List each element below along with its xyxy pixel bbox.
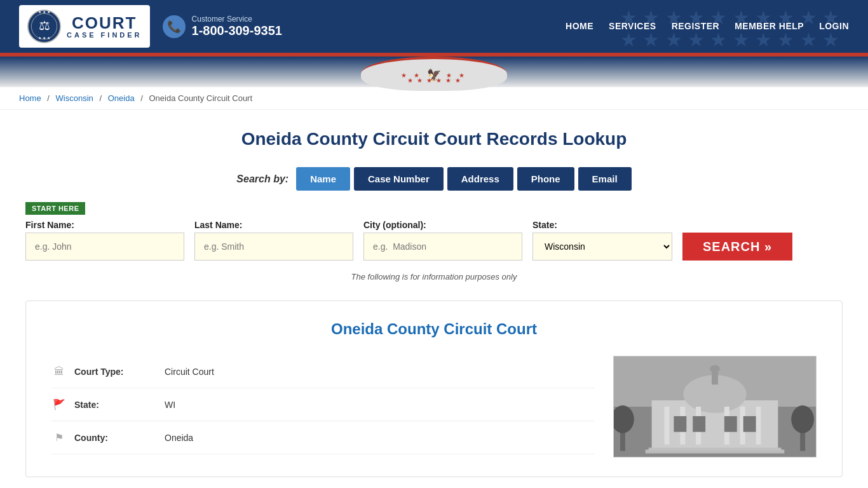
- logo-text: COURT CASE FINDER: [67, 15, 142, 39]
- breadcrumb-current: Oneida County Circuit Court: [149, 93, 252, 103]
- first-name-input[interactable]: [25, 233, 184, 261]
- detail-row-county: ⚑ County: Oneida: [51, 421, 594, 454]
- site-header: ★ ★ ★ ★ ★ ★ ★ ★ ★ ★ ★ ★ ★ ★ ★ ★ ★ ★ ★ ★ …: [0, 0, 868, 53]
- state-detail-value: WI: [165, 400, 175, 410]
- search-by-label: Search by:: [236, 173, 288, 185]
- page-title: Oneida County Circuit Court Records Look…: [25, 129, 843, 149]
- eagle-banner: ★ ★ 🦅 ★ ★ ★★★★★★: [0, 57, 868, 87]
- svg-rect-19: [649, 448, 782, 451]
- state-select[interactable]: AlabamaAlaskaArizonaArkansasCaliforniaCo…: [532, 233, 672, 261]
- court-type-label: Court Type:: [74, 367, 157, 377]
- city-input[interactable]: [363, 233, 522, 261]
- cs-info: Customer Service 1-800-309-9351: [192, 15, 282, 38]
- tab-email[interactable]: Email: [578, 167, 632, 191]
- state-label: State:: [532, 220, 672, 230]
- last-name-field: Last Name:: [194, 220, 353, 261]
- tab-case-number[interactable]: Case Number: [354, 167, 444, 191]
- svg-rect-23: [743, 416, 756, 432]
- state-detail-label: State:: [74, 400, 157, 410]
- bottom-stars: ★★★★★★: [407, 77, 461, 84]
- last-name-input[interactable]: [194, 233, 353, 261]
- nav-register[interactable]: REGISTER: [672, 21, 720, 32]
- court-type-value: Circuit Court: [165, 367, 214, 377]
- court-details: 🏛 Court Type: Circuit Court 🚩 State: WI …: [51, 356, 594, 458]
- nav-home[interactable]: HOME: [566, 21, 593, 32]
- county-label: County:: [74, 433, 157, 443]
- bc-sep-3: /: [140, 93, 143, 103]
- state-field: State: AlabamaAlaskaArizonaArkansasCalif…: [532, 220, 672, 261]
- breadcrumb-state[interactable]: Wisconsin: [56, 93, 93, 103]
- bc-sep-2: /: [99, 93, 102, 103]
- header-left: ★ ★ ★ ★ ★ ★ ⚖ COURT CASE FINDER 📞 Custom…: [19, 5, 282, 48]
- tab-name[interactable]: Name: [296, 167, 350, 191]
- svg-rect-22: [724, 416, 737, 432]
- svg-point-11: [710, 365, 720, 372]
- svg-text:★ ★ ★: ★ ★ ★: [38, 36, 50, 40]
- svg-rect-12: [665, 407, 670, 445]
- county-icon: ⚑: [51, 431, 67, 444]
- search-form: START HERE First Name: Last Name: City (…: [25, 202, 843, 261]
- detail-row-court-type: 🏛 Court Type: Circuit Court: [51, 356, 594, 388]
- bc-sep-1: /: [47, 93, 50, 103]
- svg-rect-9: [702, 381, 728, 403]
- court-card-title: Oneida County Circuit Court: [51, 320, 817, 338]
- detail-row-state: 🚩 State: WI: [51, 388, 594, 421]
- breadcrumb-home[interactable]: Home: [19, 93, 41, 103]
- first-name-field: First Name:: [25, 220, 184, 261]
- form-fields-row: First Name: Last Name: City (optional): …: [25, 220, 843, 261]
- courthouse-svg: [614, 356, 816, 458]
- court-card-body: 🏛 Court Type: Circuit Court 🚩 State: WI …: [51, 356, 817, 458]
- breadcrumb-county[interactable]: Oneida: [108, 93, 135, 103]
- nav-login[interactable]: LOGIN: [819, 21, 849, 32]
- customer-service: 📞 Customer Service 1-800-309-9351: [163, 15, 282, 38]
- logo-sub-label: CASE FINDER: [67, 31, 142, 39]
- nav-services[interactable]: SERVICES: [609, 21, 656, 32]
- city-field: City (optional):: [363, 220, 522, 261]
- main-nav: HOME SERVICES REGISTER MEMBER HELP LOGIN: [566, 21, 849, 32]
- county-value: Oneida: [165, 433, 193, 443]
- state-icon: 🚩: [51, 398, 67, 410]
- logo-court-label: COURT: [72, 15, 137, 31]
- tab-address[interactable]: Address: [447, 167, 513, 191]
- start-here-badge: START HERE: [25, 202, 85, 215]
- svg-rect-21: [693, 416, 705, 432]
- search-by-row: Search by: Name Case Number Address Phon…: [25, 167, 843, 191]
- main-content: Oneida County Circuit Court Records Look…: [0, 110, 868, 488]
- search-section: Search by: Name Case Number Address Phon…: [25, 167, 843, 281]
- logo-emblem-icon: ★ ★ ★ ★ ★ ★ ⚖: [27, 9, 62, 44]
- svg-rect-20: [674, 416, 686, 432]
- svg-text:★ ★ ★: ★ ★ ★: [38, 10, 50, 14]
- first-name-label: First Name:: [25, 220, 184, 230]
- search-button[interactable]: SEARCH »: [682, 233, 792, 261]
- cs-label: Customer Service: [192, 15, 282, 24]
- phone-icon: 📞: [163, 15, 186, 38]
- court-type-icon: 🏛: [51, 366, 67, 377]
- nav-member-help[interactable]: MEMBER HELP: [735, 21, 804, 32]
- svg-rect-17: [756, 407, 761, 445]
- cs-phone: 1-800-309-9351: [192, 24, 282, 38]
- tab-phone[interactable]: Phone: [517, 167, 574, 191]
- eagle-arc: ★ ★ 🦅 ★ ★: [361, 57, 507, 91]
- last-name-label: Last Name:: [194, 220, 353, 230]
- site-logo[interactable]: ★ ★ ★ ★ ★ ★ ⚖ COURT CASE FINDER: [19, 5, 150, 48]
- city-label: City (optional):: [363, 220, 522, 230]
- court-card: Oneida County Circuit Court 🏛 Court Type…: [25, 301, 843, 477]
- info-note: The following is for information purpose…: [25, 272, 843, 281]
- court-image: [613, 356, 817, 458]
- svg-point-27: [791, 405, 814, 433]
- svg-text:⚖: ⚖: [39, 18, 50, 32]
